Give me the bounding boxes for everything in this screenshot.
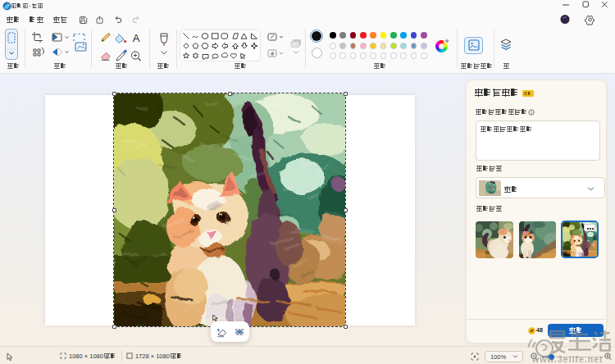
svg-text:A: A bbox=[133, 32, 140, 44]
